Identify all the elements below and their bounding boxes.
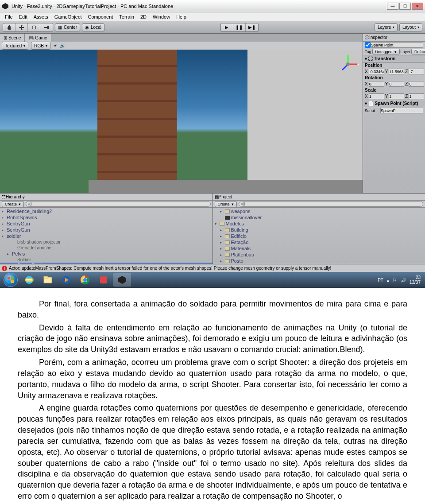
svg-point-23: [83, 278, 87, 282]
clock-time[interactable]: 23: [410, 275, 421, 280]
menu-gameobject[interactable]: GameObject: [51, 14, 85, 19]
svg-marker-25: [118, 276, 126, 284]
scene-viewport[interactable]: x: [0, 50, 363, 193]
pause-button[interactable]: ❚❚: [233, 23, 246, 31]
document-body: Por final, fora consertada a animação do…: [0, 288, 425, 504]
pivot-mode[interactable]: ▦ Center: [55, 23, 80, 31]
script-section[interactable]: ▾ 📄 Spawn Point (Script): [363, 100, 425, 107]
light-toggle[interactable]: ☀: [53, 43, 57, 48]
hierarchy-item[interactable]: Soldier: [0, 257, 212, 263]
hierarchy-item[interactable]: ▸SentryGun: [0, 227, 212, 233]
hierarchy-tree[interactable]: ▸Residence_building2▸RobotSpawns▸SentryG…: [0, 208, 212, 264]
menu-edit[interactable]: Edit: [16, 14, 31, 19]
hierarchy-create[interactable]: Create ▾: [2, 201, 24, 207]
step-button[interactable]: ▶❚: [246, 23, 258, 31]
console-bar[interactable]: ! Actor::updateMassFromShapes: Compute m…: [0, 264, 425, 272]
hierarchy-item[interactable]: ▸Pelvis: [0, 251, 212, 257]
tray-net[interactable]: 🔊: [401, 278, 406, 283]
menu-terrain[interactable]: Terrain: [116, 14, 137, 19]
menu-component[interactable]: Component: [85, 14, 116, 19]
menu-file[interactable]: File: [2, 14, 16, 19]
project-item[interactable]: ▾Modelos: [213, 221, 425, 227]
transform-section[interactable]: ▾ ⛶ Transform: [363, 55, 425, 62]
rot-x[interactable]: [369, 81, 384, 87]
scl-z[interactable]: [409, 93, 424, 99]
explorer-icon[interactable]: [39, 273, 57, 287]
minimize-button[interactable]: —: [387, 3, 398, 10]
hand-tool[interactable]: [3, 23, 15, 31]
pos-x[interactable]: [369, 69, 384, 74]
hierarchy-item[interactable]: GrenadeLauncher: [0, 245, 212, 251]
unity-taskbar-icon[interactable]: [113, 273, 131, 287]
menu-assets[interactable]: Assets: [31, 14, 51, 19]
hierarchy-header: ☷ Hierarchy: [0, 194, 212, 201]
taskbar-app[interactable]: [95, 273, 112, 287]
hierarchy-item[interactable]: ▸RobotSpawns: [0, 214, 212, 221]
chrome-icon[interactable]: [76, 273, 94, 287]
rot-y[interactable]: [389, 81, 404, 87]
audio-toggle[interactable]: 🔊: [60, 43, 65, 48]
move-tool[interactable]: [15, 23, 28, 31]
tray-icon[interactable]: ▴: [387, 278, 389, 283]
project-create[interactable]: Create ▾: [215, 201, 237, 207]
svg-text:x: x: [358, 63, 359, 66]
project-item[interactable]: missionallover: [213, 214, 425, 221]
lang-indicator[interactable]: PT: [378, 278, 383, 283]
rotate-tool[interactable]: [28, 23, 40, 31]
folder-icon: [225, 228, 230, 232]
tag-dropdown[interactable]: Untagged ▾: [372, 49, 400, 54]
project-item[interactable]: ▸Posto: [213, 258, 425, 264]
folder-icon: [225, 209, 230, 213]
draw-mode[interactable]: Textured▾: [2, 42, 28, 50]
wmp-icon[interactable]: [58, 273, 75, 287]
hierarchy-item[interactable]: ▾soldier: [0, 233, 212, 239]
tab-scene[interactable]: ⊞ Scene: [0, 34, 25, 42]
project-item[interactable]: ▸Plattenbau: [213, 252, 425, 258]
project-search[interactable]: [239, 201, 423, 207]
console-message: Actor::updateMassFromShapes: Compute mes…: [9, 266, 331, 271]
svg-point-7: [346, 62, 350, 66]
tray-flag[interactable]: 🏳: [393, 278, 397, 283]
layer-dropdown[interactable]: Default: [411, 49, 425, 54]
scale-tool[interactable]: [40, 23, 53, 31]
svg-rect-12: [11, 280, 14, 283]
menu-help[interactable]: Help: [173, 14, 189, 19]
script-field[interactable]: [380, 108, 423, 113]
pos-y[interactable]: [389, 69, 404, 74]
hierarchy-item[interactable]: Spawn Point: [0, 263, 212, 264]
project-item[interactable]: ▸Edificio: [213, 233, 425, 239]
pivot-rotation[interactable]: ◉ Local: [82, 23, 104, 31]
pos-z[interactable]: [409, 69, 424, 74]
hierarchy-search[interactable]: [26, 201, 210, 207]
doc-para: Por final, fora consertada a animação do…: [18, 299, 407, 321]
project-tree[interactable]: ▸weaponsmissionallover▾Modelos▸Building▸…: [213, 208, 425, 264]
gameobject-name[interactable]: [371, 42, 423, 48]
project-item[interactable]: ▸Estação: [213, 239, 425, 245]
menu-window[interactable]: Window: [150, 14, 173, 19]
menu-2d[interactable]: 2D: [137, 14, 150, 19]
layers-dropdown[interactable]: Layers▾: [375, 23, 398, 31]
clock-date[interactable]: 13/07: [410, 280, 421, 285]
gameobject-enabled[interactable]: [365, 42, 371, 48]
project-item[interactable]: ▸weapons: [213, 208, 425, 214]
render-mode[interactable]: RGB▾: [31, 42, 50, 50]
hierarchy-item[interactable]: ▸Residence_building2: [0, 208, 212, 214]
rot-z[interactable]: [409, 81, 424, 87]
close-button[interactable]: ✕: [412, 3, 423, 10]
project-item[interactable]: ▸Materials: [213, 245, 425, 252]
scene-gizmo[interactable]: x: [337, 53, 359, 75]
scl-x[interactable]: [369, 93, 384, 99]
maximize-button[interactable]: ☐: [399, 3, 411, 10]
start-button[interactable]: [2, 273, 19, 287]
folder-icon: [225, 234, 230, 238]
menubar: FileEditAssetsGameObjectComponentTerrain…: [0, 12, 425, 21]
hierarchy-item[interactable]: blob shadow projector: [0, 239, 212, 245]
play-button[interactable]: ▶: [221, 23, 233, 31]
layout-dropdown[interactable]: Layout▾: [399, 23, 422, 31]
hierarchy-item[interactable]: ▸SentryGun: [0, 221, 212, 227]
project-item[interactable]: ▸Building: [213, 227, 425, 233]
scl-y[interactable]: [389, 93, 404, 99]
ie-icon[interactable]: [20, 273, 38, 287]
tab-game[interactable]: 🎮 Game: [25, 34, 51, 42]
svg-marker-0: [2, 3, 8, 9]
